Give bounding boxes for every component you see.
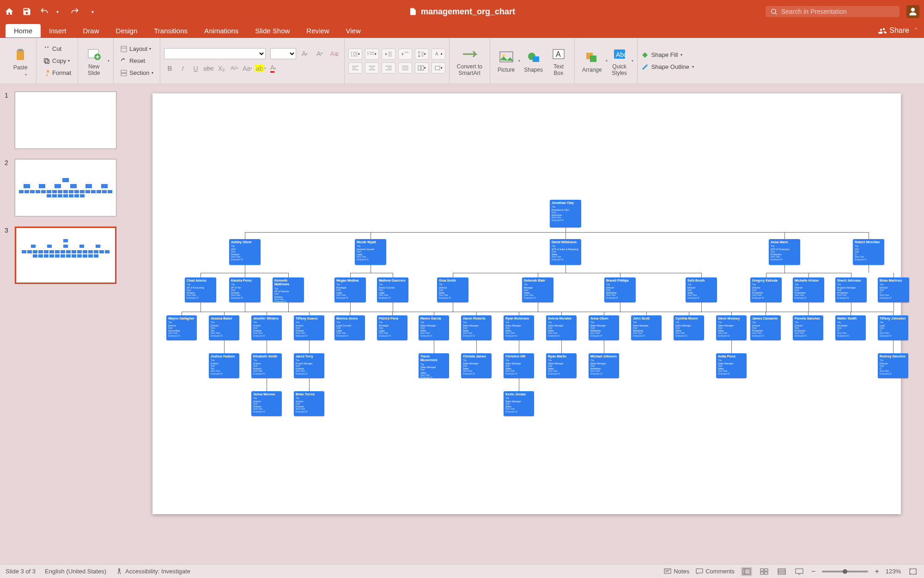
org-box[interactable]: Kevin Jordan TitleSales Manager DeptSale… bbox=[504, 391, 534, 416]
tab-transitions[interactable]: Transitions bbox=[146, 24, 196, 37]
highlight-icon[interactable]: ab▾ bbox=[255, 62, 267, 74]
tab-review[interactable]: Review bbox=[298, 24, 337, 37]
save-icon[interactable] bbox=[22, 7, 31, 16]
org-box[interactable]: Anita Perez TitleSales Manager DeptSales… bbox=[716, 353, 747, 378]
slide-thumb-2[interactable] bbox=[15, 159, 116, 216]
org-box[interactable]: Patrick Pena TitleParalegal DeptLegal St… bbox=[377, 315, 407, 340]
org-box[interactable]: Jonathan Clay TitlePresident & CEO DeptE… bbox=[550, 200, 581, 228]
search-input[interactable] bbox=[781, 8, 895, 15]
org-box[interactable]: Gregory Estrada TitleDirector DeptProduc… bbox=[750, 277, 782, 302]
qat-dropdown-icon[interactable]: ▾ bbox=[88, 7, 97, 16]
org-box[interactable]: Michael Johnson TitleSales Manager DeptM… bbox=[589, 353, 619, 378]
org-box[interactable]: Aaron Roberts TitleSales Manager DeptSal… bbox=[461, 315, 492, 340]
increase-indent-icon[interactable] bbox=[398, 49, 412, 60]
org-box[interactable]: Mathew Guerrero TitleSenior Counsel Dept… bbox=[377, 277, 408, 302]
org-box[interactable]: Christia James TitleSales Manager DeptSa… bbox=[461, 353, 492, 378]
align-right-icon[interactable] bbox=[382, 62, 395, 74]
zoom-level[interactable]: 123% bbox=[886, 568, 901, 575]
share-button[interactable]: Share bbox=[878, 26, 909, 35]
copy-button[interactable]: Copy ▾ bbox=[40, 56, 74, 66]
shape-fill-button[interactable]: Shape Fill ▾ bbox=[641, 51, 694, 59]
format-painter-button[interactable]: Format bbox=[40, 68, 74, 78]
undo-dropdown-icon[interactable]: ▾ bbox=[53, 7, 62, 16]
clear-format-icon[interactable]: Aⱷ bbox=[328, 48, 340, 60]
org-box[interactable]: Rodney Sanchez TitleDirector DeptIT Star… bbox=[878, 353, 908, 378]
bullets-icon[interactable]: ▾ bbox=[348, 49, 362, 60]
org-box[interactable]: Kenneth Matthews TitleVP of Finance Dept… bbox=[273, 277, 304, 302]
org-box[interactable]: Pamela Sanchez TitleDirector DeptProduct… bbox=[793, 315, 823, 340]
org-box[interactable]: Sherri Johnson TitleProgram Manager Dept… bbox=[835, 277, 867, 302]
org-box[interactable]: Joshua Hudson TitleAnalyst DeptTax Start… bbox=[209, 353, 239, 378]
canvas-area[interactable]: Jonathan Clay TitlePresident & CEO DeptE… bbox=[129, 84, 924, 564]
org-box[interactable]: Travis Mccormick TitleSales Manager Dept… bbox=[419, 353, 449, 378]
slide-position[interactable]: Slide 3 of 3 bbox=[6, 568, 36, 575]
org-box[interactable]: David Wilkinson TitleSVP of Sales & Mark… bbox=[550, 239, 581, 265]
zoom-in-icon[interactable]: + bbox=[875, 567, 879, 576]
arrange-button[interactable]: Arrange bbox=[578, 44, 606, 78]
org-box[interactable]: Anna Mann TitleSVP of Production DeptPro… bbox=[769, 239, 800, 265]
org-box[interactable]: Walter Smith TitleDeveloper DeptIT Start… bbox=[835, 315, 866, 340]
shape-outline-button[interactable]: Shape Outline ▾ bbox=[641, 63, 694, 71]
language-indicator[interactable]: English (United States) bbox=[45, 568, 106, 575]
tab-animations[interactable]: Animations bbox=[196, 24, 247, 37]
org-box[interactable]: Elizabeth Smith TitleAnalyst DeptFinance… bbox=[251, 353, 282, 378]
org-box[interactable]: Seth Booth TitleDirector DeptSales Start… bbox=[686, 277, 717, 302]
org-box[interactable]: Brandi Phillips TitleDirector DeptMarket… bbox=[604, 277, 636, 302]
org-box[interactable]: James Camacho TitleDirector DeptProducti… bbox=[750, 315, 781, 340]
org-box[interactable]: Robert Mcmillan TitleCIO DeptIT Start Da… bbox=[853, 239, 884, 265]
tab-insert[interactable]: Insert bbox=[41, 24, 75, 37]
picture-button[interactable]: Picture bbox=[494, 44, 518, 78]
numbering-icon[interactable]: 12▾ bbox=[365, 49, 379, 60]
convert-smartart-button[interactable]: Convert to SmartArt bbox=[453, 44, 486, 78]
align-text-icon[interactable]: ▾ bbox=[432, 62, 445, 74]
org-box[interactable]: Jennifer Winters TitleAnalyst DeptFinanc… bbox=[251, 315, 282, 340]
layout-button[interactable]: Layout ▾ bbox=[117, 44, 156, 54]
justify-icon[interactable] bbox=[398, 62, 412, 74]
user-avatar[interactable] bbox=[906, 5, 919, 18]
org-box[interactable]: Steve Mooney TitleSales Manager DeptSale… bbox=[716, 315, 747, 340]
notes-button[interactable]: Notes bbox=[664, 568, 689, 575]
normal-view-icon[interactable] bbox=[741, 567, 752, 576]
org-box[interactable]: Deborah Blair TitleManager DeptSales Sta… bbox=[522, 277, 553, 302]
cut-button[interactable]: Cut bbox=[40, 44, 74, 54]
decrease-indent-icon[interactable] bbox=[382, 49, 395, 60]
org-box[interactable]: Raven Garcia TitleSales Manager DeptSale… bbox=[419, 315, 449, 340]
org-box[interactable]: Jessica Baker TitleDirector DeptTax Star… bbox=[209, 315, 239, 340]
bold-icon[interactable]: B bbox=[164, 62, 176, 74]
org-box[interactable]: Michelle Hinton TitleDirector DeptProduc… bbox=[793, 277, 824, 302]
org-box[interactable]: Selena Morales TitleSales Manager DeptSa… bbox=[546, 315, 577, 340]
tab-slideshow[interactable]: Slide Show bbox=[247, 24, 298, 37]
textbox-button[interactable]: AText Box bbox=[547, 44, 571, 78]
fit-window-icon[interactable] bbox=[907, 567, 918, 576]
tab-design[interactable]: Design bbox=[108, 24, 146, 37]
slide-thumb-1[interactable] bbox=[15, 92, 116, 149]
collapse-ribbon-icon[interactable]: ˄ bbox=[915, 27, 918, 34]
redo-icon[interactable] bbox=[70, 7, 79, 16]
decrease-font-icon[interactable]: A▾ bbox=[314, 48, 326, 60]
slide-panel[interactable]: 1 2 3 bbox=[0, 84, 129, 564]
accessibility-indicator[interactable]: Accessibility: Investigate bbox=[116, 568, 190, 575]
zoom-slider[interactable] bbox=[822, 571, 868, 572]
org-box[interactable]: Jared Terry TitleProject Manager DeptFin… bbox=[294, 353, 324, 378]
align-center-icon[interactable] bbox=[365, 62, 379, 74]
org-box[interactable]: Ryan Robinson TitleSales Manager DeptSal… bbox=[504, 315, 534, 340]
underline-icon[interactable]: U bbox=[190, 62, 202, 74]
org-box[interactable]: Tiffany Suarez TitleAnalyst DeptFinance … bbox=[294, 315, 324, 340]
undo-icon[interactable] bbox=[40, 7, 49, 16]
org-box[interactable]: Nicole Wyatt TitleGeneral Counsel DeptLe… bbox=[355, 239, 386, 265]
italic-icon[interactable]: I bbox=[177, 62, 189, 74]
zoom-out-icon[interactable]: − bbox=[811, 567, 815, 576]
org-box[interactable]: Brian Martinez TitleDirector DeptIT Star… bbox=[878, 277, 909, 302]
org-box[interactable]: Ashley Oliver TitleCFO DeptFinance Start… bbox=[229, 239, 261, 265]
line-spacing-icon[interactable]: ▾ bbox=[415, 49, 429, 60]
columns-icon[interactable]: ▾ bbox=[415, 62, 429, 74]
tab-draw[interactable]: Draw bbox=[75, 24, 108, 37]
org-box[interactable]: Megan Medina TitleParalegal DeptLegal St… bbox=[334, 277, 366, 302]
sorter-view-icon[interactable] bbox=[759, 567, 770, 576]
org-box[interactable]: Tiffany Johnston TitleLead DeptIT Start … bbox=[878, 315, 908, 340]
search-box[interactable] bbox=[766, 6, 900, 17]
org-box[interactable]: Chad Adams TitleVP of Accounting DeptFin… bbox=[185, 277, 216, 302]
org-box[interactable]: Brian Torres TitleAnalyst DeptFinance St… bbox=[294, 391, 324, 416]
comments-button[interactable]: Comments bbox=[696, 568, 735, 575]
increase-font-icon[interactable]: A▴ bbox=[299, 48, 311, 60]
